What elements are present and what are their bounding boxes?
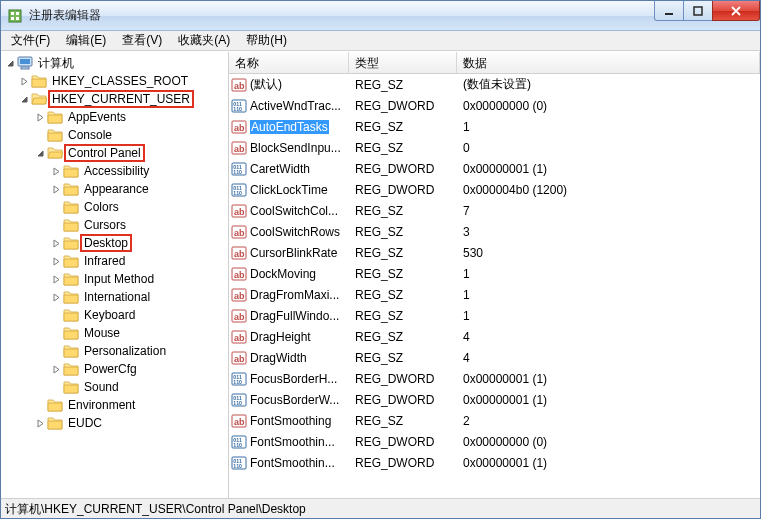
tree-label: Sound [82, 380, 121, 394]
expand-icon[interactable] [33, 109, 47, 125]
value-data: 1 [457, 309, 760, 323]
value-type: REG_SZ [349, 141, 457, 155]
menu-file[interactable]: 文件(F) [3, 30, 58, 51]
value-row[interactable]: FocusBorderW...REG_DWORD0x00000001 (1) [229, 389, 760, 410]
tree-node-sound[interactable]: Sound [49, 378, 228, 396]
list-body[interactable]: (默认)REG_SZ(数值未设置)ActiveWndTrac...REG_DWO… [229, 74, 760, 498]
tree-node-international[interactable]: International [49, 288, 228, 306]
string-value-icon [231, 266, 247, 282]
value-row[interactable]: CoolSwitchRowsREG_SZ3 [229, 221, 760, 242]
expand-icon[interactable] [49, 361, 63, 377]
expand-icon[interactable] [49, 289, 63, 305]
tree-pane[interactable]: 计算机 HKEY_CLASSES_ROOT [1, 52, 229, 498]
value-name: FocusBorderH... [250, 372, 337, 386]
string-value-icon [231, 203, 247, 219]
tree-node-environment[interactable]: Environment [33, 396, 228, 414]
expand-icon[interactable] [17, 91, 31, 107]
tree-label: Infrared [82, 254, 127, 268]
folder-icon [47, 109, 63, 125]
expand-icon[interactable] [49, 253, 63, 269]
tree-label: Input Method [82, 272, 156, 286]
tree-node-control-panel[interactable]: Control Panel [33, 144, 228, 162]
value-data: 0x00000001 (1) [457, 456, 760, 470]
menu-edit[interactable]: 编辑(E) [58, 30, 114, 51]
tree-label: Mouse [82, 326, 122, 340]
registry-tree: 计算机 HKEY_CLASSES_ROOT [1, 52, 228, 434]
tree-label: Accessibility [82, 164, 151, 178]
tree-node-hkcu[interactable]: HKEY_CURRENT_USER [17, 90, 228, 108]
value-row[interactable]: ActiveWndTrac...REG_DWORD0x00000000 (0) [229, 95, 760, 116]
value-row[interactable]: FontSmoothin...REG_DWORD0x00000000 (0) [229, 431, 760, 452]
string-value-icon [231, 308, 247, 324]
column-header-data[interactable]: 数据 [457, 52, 760, 73]
menu-favorites[interactable]: 收藏夹(A) [170, 30, 238, 51]
tree-node-eudc[interactable]: EUDC [33, 414, 228, 432]
expand-icon[interactable] [17, 73, 31, 89]
column-header-name[interactable]: 名称 [229, 52, 349, 73]
menu-view[interactable]: 查看(V) [114, 30, 170, 51]
tree-node-colors[interactable]: Colors [49, 198, 228, 216]
folder-icon [47, 397, 63, 413]
value-name: FontSmoothin... [250, 435, 335, 449]
tree-node-powercfg[interactable]: PowerCfg [49, 360, 228, 378]
string-value-icon [231, 77, 247, 93]
expand-icon[interactable] [49, 163, 63, 179]
expand-icon[interactable] [49, 271, 63, 287]
binary-value-icon [231, 434, 247, 450]
tree-node-input-method[interactable]: Input Method [49, 270, 228, 288]
close-button[interactable] [712, 1, 760, 21]
expand-icon[interactable] [49, 181, 63, 197]
value-row[interactable]: DragFromMaxi...REG_SZ1 [229, 284, 760, 305]
value-row[interactable]: DragHeightREG_SZ4 [229, 326, 760, 347]
tree-node-console[interactable]: Console [33, 126, 228, 144]
value-type: REG_DWORD [349, 456, 457, 470]
value-row[interactable]: FontSmoothin...REG_DWORD0x00000001 (1) [229, 452, 760, 473]
expand-icon[interactable] [3, 55, 17, 71]
value-data: 0x00000001 (1) [457, 372, 760, 386]
tree-node-mouse[interactable]: Mouse [49, 324, 228, 342]
folder-icon [63, 289, 79, 305]
value-row[interactable]: FocusBorderH...REG_DWORD0x00000001 (1) [229, 368, 760, 389]
tree-node-appevents[interactable]: AppEvents [33, 108, 228, 126]
binary-value-icon [231, 182, 247, 198]
tree-node-hkcr[interactable]: HKEY_CLASSES_ROOT [17, 72, 228, 90]
expand-icon[interactable] [49, 235, 63, 251]
tree-node-personalization[interactable]: Personalization [49, 342, 228, 360]
tree-node-cursors[interactable]: Cursors [49, 216, 228, 234]
app-icon [7, 8, 23, 24]
menu-help[interactable]: 帮助(H) [238, 30, 295, 51]
expand-icon[interactable] [33, 415, 47, 431]
value-row[interactable]: FontSmoothingREG_SZ2 [229, 410, 760, 431]
value-name: CursorBlinkRate [250, 246, 337, 260]
tree-label: EUDC [66, 416, 104, 430]
value-row[interactable]: CursorBlinkRateREG_SZ530 [229, 242, 760, 263]
content-area: 计算机 HKEY_CLASSES_ROOT [1, 51, 760, 498]
value-row[interactable]: (默认)REG_SZ(数值未设置) [229, 74, 760, 95]
value-row[interactable]: DragWidthREG_SZ4 [229, 347, 760, 368]
tree-node-desktop[interactable]: Desktop [49, 234, 228, 252]
tree-node-appearance[interactable]: Appearance [49, 180, 228, 198]
tree-node-computer[interactable]: 计算机 [1, 54, 228, 72]
binary-value-icon [231, 98, 247, 114]
tree-node-keyboard[interactable]: Keyboard [49, 306, 228, 324]
minimize-button[interactable] [654, 1, 684, 21]
value-row[interactable]: DockMovingREG_SZ1 [229, 263, 760, 284]
value-type: REG_DWORD [349, 99, 457, 113]
value-type: REG_SZ [349, 225, 457, 239]
value-row[interactable]: AutoEndTasksREG_SZ1 [229, 116, 760, 137]
tree-label: 计算机 [36, 55, 76, 72]
value-data: 0x00000001 (1) [457, 162, 760, 176]
value-row[interactable]: CoolSwitchCol...REG_SZ7 [229, 200, 760, 221]
column-header-type[interactable]: 类型 [349, 52, 457, 73]
binary-value-icon [231, 455, 247, 471]
tree-label: HKEY_CURRENT_USER [50, 92, 192, 106]
value-row[interactable]: DragFullWindo...REG_SZ1 [229, 305, 760, 326]
tree-node-infrared[interactable]: Infrared [49, 252, 228, 270]
value-row[interactable]: CaretWidthREG_DWORD0x00000001 (1) [229, 158, 760, 179]
value-name: DragFullWindo... [250, 309, 339, 323]
maximize-button[interactable] [683, 1, 713, 21]
value-row[interactable]: BlockSendInpu...REG_SZ0 [229, 137, 760, 158]
tree-node-accessibility[interactable]: Accessibility [49, 162, 228, 180]
value-row[interactable]: ClickLockTimeREG_DWORD0x000004b0 (1200) [229, 179, 760, 200]
expand-icon[interactable] [33, 145, 47, 161]
